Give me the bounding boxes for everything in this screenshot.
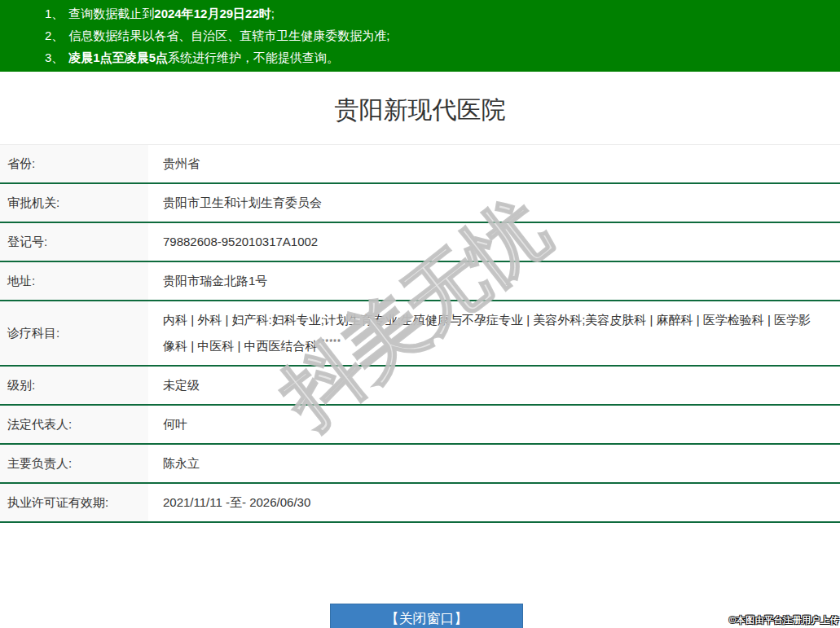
notice-line-2: 2、信息数据结果以各省、自治区、直辖市卫生健康委数据为准;	[45, 24, 824, 46]
notice-number: 2、	[45, 29, 64, 42]
notice-text-bold: 凌晨1点至凌晨5点	[68, 51, 168, 64]
notice-text: 信息数据结果以各省、自治区、直辖市卫生健康委数据为准;	[68, 29, 389, 42]
row-label: 登记号:	[0, 222, 148, 261]
notice-line-3: 3、凌晨1点至凌晨5点系统进行维护，不能提供查询。	[45, 46, 824, 68]
notice-banner: 1、查询数据截止到2024年12月29日22时; 2、信息数据结果以各省、自治区…	[0, 0, 840, 72]
notice-text: ;	[271, 7, 275, 20]
table-row-level: 级别: 未定级	[0, 366, 840, 405]
row-value: 贵阳市瑞金北路1号	[148, 261, 840, 301]
row-value: 贵阳市卫生和计划生育委员会	[148, 183, 840, 222]
row-label: 级别:	[0, 366, 148, 405]
row-value: 79882608-952010317A1002	[148, 222, 840, 261]
close-window-button[interactable]: 【关闭窗口】	[330, 604, 523, 628]
row-label: 诊疗科目:	[0, 301, 148, 366]
row-value: 2021/11/11 -至- 2026/06/30	[148, 483, 840, 522]
notice-number: 1、	[45, 7, 64, 20]
hospital-info-table: 省份: 贵州省 审批机关: 贵阳市卫生和计划生育委员会 登记号: 7988260…	[0, 144, 840, 523]
row-label: 执业许可证有效期:	[0, 483, 148, 522]
table-row-address: 地址: 贵阳市瑞金北路1号	[0, 261, 840, 301]
row-label: 法定代表人:	[0, 405, 148, 444]
row-label: 省份:	[0, 145, 148, 184]
row-value: 何叶	[148, 405, 840, 444]
row-label: 主要负责人:	[0, 444, 148, 483]
row-value: 未定级	[148, 366, 840, 405]
page-title: 贵阳新现代医院	[0, 72, 840, 130]
notice-text-bold: 2024年12月29日22时	[154, 7, 270, 20]
table-row-province: 省份: 贵州省	[0, 145, 840, 184]
row-value-text: 内科 | 外科 | 妇产科:妇科专业;计划生育专业;生殖健康与不孕症专业 | 美…	[163, 313, 811, 353]
table-row-medical-subjects: 诊疗科目: 内科 | 外科 | 妇产科:妇科专业;计划生育专业;生殖健康与不孕症…	[0, 301, 840, 366]
notice-number: 3、	[45, 51, 64, 64]
row-label: 审批机关:	[0, 183, 148, 222]
row-value-suffix: ******	[317, 338, 341, 347]
copyright-watermark: ©本图由平台注册用户上传	[729, 614, 839, 626]
notice-line-1: 1、查询数据截止到2024年12月29日22时;	[45, 2, 824, 24]
table-row-registration-number: 登记号: 79882608-952010317A1002	[0, 222, 840, 261]
row-value: 陈永立	[148, 444, 840, 483]
notice-text: 查询数据截止到	[68, 7, 154, 20]
table-row-approval-authority: 审批机关: 贵阳市卫生和计划生育委员会	[0, 183, 840, 222]
notice-text: 系统进行维护，不能提供查询。	[168, 51, 339, 64]
table-row-license-validity: 执业许可证有效期: 2021/11/11 -至- 2026/06/30	[0, 483, 840, 522]
table-row-main-responsible-person: 主要负责人: 陈永立	[0, 444, 840, 483]
row-value: 内科 | 外科 | 妇产科:妇科专业;计划生育专业;生殖健康与不孕症专业 | 美…	[148, 301, 840, 366]
table-row-legal-representative: 法定代表人: 何叶	[0, 405, 840, 444]
row-value: 贵州省	[148, 145, 840, 184]
row-label: 地址:	[0, 261, 148, 301]
